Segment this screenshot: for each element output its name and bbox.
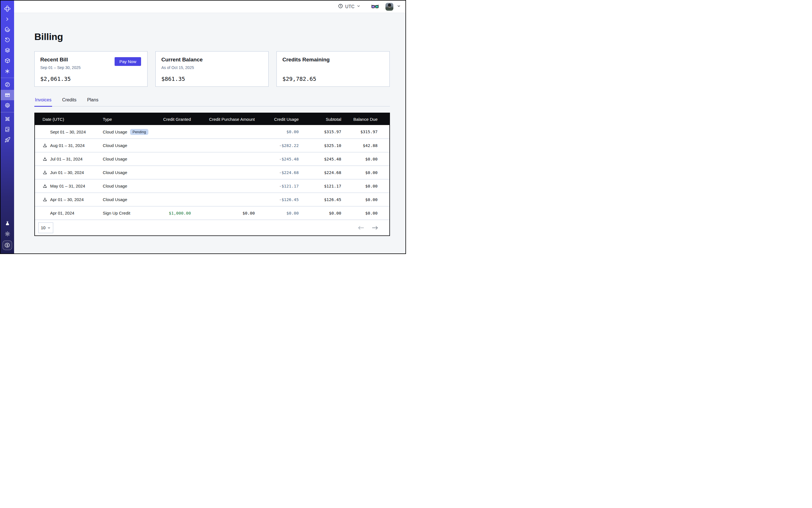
date-cell: Jul 01 – 31, 2024	[35, 157, 103, 162]
balance-due-amount: $0.00	[341, 170, 378, 175]
pay-now-button[interactable]: Pay Now	[115, 57, 141, 66]
sidebar-item-logo[interactable]	[1, 3, 14, 14]
clock-icon	[338, 3, 343, 10]
invoice-type: Cloud Usage	[103, 130, 127, 134]
column-header: Balance Due	[341, 117, 378, 122]
download-invoice-button[interactable]	[42, 170, 47, 175]
credit-usage-amount: $0.00	[255, 211, 299, 215]
sidebar-item-gear[interactable]	[1, 100, 14, 111]
icon-spacer	[42, 211, 47, 216]
table-header: Date (UTC)TypeCredit GrantedCredit Purch…	[35, 113, 389, 125]
sidebar-divider	[1, 78, 14, 78]
gauge-icon	[4, 82, 10, 88]
download-icon	[43, 183, 47, 188]
timezone-selector[interactable]: UTC	[338, 3, 361, 10]
sidebar-item-sun[interactable]	[1, 229, 14, 239]
balance-due-amount: $42.88	[341, 143, 378, 148]
sidebar-item-dollar-seal[interactable]	[3, 241, 12, 250]
table-row: May 01 – 31, 2024Cloud Usage-$121.17$121…	[35, 179, 389, 193]
recent-bill-card: Recent Bill Sep 01 – Sep 30, 2025 $2,061…	[34, 51, 147, 87]
tab-invoices[interactable]: Invoices	[34, 97, 52, 106]
credit-usage-amount: -$282.22	[255, 143, 299, 148]
invoice-date: Apr 01 – 30, 2024	[50, 197, 84, 202]
table-row: Apr 01, 2024Sign Up Credit$1,000.00$0.00…	[35, 206, 389, 220]
recent-bill-amount: $2,061.35	[40, 76, 71, 82]
pagination-controls	[358, 225, 378, 230]
column-header: Credit Granted	[159, 117, 191, 122]
app-window: UTC Billing Recent Bill Sep 01 –	[0, 0, 406, 254]
date-cell: Apr 01 – 30, 2024	[35, 197, 103, 202]
chevron-right-icon	[4, 16, 10, 22]
invoices-table: Date (UTC)TypeCredit GrantedCredit Purch…	[34, 113, 390, 236]
dollar-seal-icon	[4, 242, 10, 248]
account-menu[interactable]	[385, 3, 401, 11]
sidebar-item-layers[interactable]	[1, 45, 14, 55]
invoice-date: Apr 01, 2024	[50, 211, 74, 215]
column-header: Subtotal	[299, 117, 341, 122]
type-cell: Cloud Usage	[103, 170, 159, 175]
type-cell: Sign Up Credit	[103, 211, 159, 215]
timezone-label: UTC	[345, 4, 354, 9]
page-title: Billing	[34, 31, 405, 42]
subtotal-amount: $315.97	[299, 130, 341, 134]
column-header: Credit Purchase Amount	[191, 117, 255, 122]
download-icon	[43, 197, 47, 202]
logo-icon	[4, 5, 11, 12]
invoice-type: Cloud Usage	[103, 170, 127, 175]
cube-icon	[4, 58, 10, 64]
sidebar-item-billing-card[interactable]	[1, 90, 14, 100]
sidebar-item-gauge[interactable]	[1, 79, 14, 90]
table-row: Apr 01 – 30, 2024Cloud Usage-$126.45$126…	[35, 193, 389, 206]
date-cell: Apr 01, 2024	[35, 211, 103, 216]
sidebar-item-cube[interactable]	[1, 55, 14, 66]
current-balance-amount: $861.35	[161, 76, 185, 82]
chevron-down-icon	[397, 4, 401, 9]
type-cell: Cloud Usage	[103, 197, 159, 202]
table-row: Sept 01 – 30, 2024Cloud UsagePending$0.0…	[35, 125, 389, 138]
download-invoice-button[interactable]	[42, 197, 47, 202]
galaxy-icon	[4, 27, 10, 32]
sidebar-item-book-sparkle[interactable]	[1, 124, 14, 135]
credit-granted-amount: $1,000.00	[159, 211, 191, 215]
date-cell: Aug 01 – 31, 2024	[35, 143, 103, 148]
history-icon	[4, 37, 10, 43]
sidebar-item-flask[interactable]	[1, 218, 14, 229]
layers-icon	[4, 47, 10, 53]
sidebar-item-galaxy[interactable]	[1, 24, 14, 35]
summary-cards: Recent Bill Sep 01 – Sep 30, 2025 $2,061…	[34, 51, 390, 87]
next-page-button[interactable]	[372, 225, 378, 230]
previous-page-button[interactable]	[358, 225, 364, 230]
subtotal-amount: $224.68	[299, 170, 341, 175]
sidebar-item-rocket[interactable]	[1, 135, 14, 145]
subtotal-amount: $0.00	[299, 211, 341, 215]
goggles-icon-button[interactable]	[371, 4, 379, 9]
top-bar: UTC	[14, 1, 405, 13]
page-size-select[interactable]: 10	[38, 222, 53, 233]
table-footer: 10	[35, 220, 389, 236]
download-icon	[43, 170, 47, 175]
sidebar-item-history[interactable]	[1, 35, 14, 45]
sidebar-item-chevron-right[interactable]	[1, 14, 14, 24]
balance-due-amount: $315.97	[341, 130, 378, 134]
column-header: Type	[103, 117, 159, 122]
credits-remaining-card: Credits Remaining $29,782.65	[276, 51, 390, 87]
invoice-type: Sign Up Credit	[103, 211, 130, 215]
table-row: Jun 01 – 30, 2024Cloud Usage-$224.68$224…	[35, 166, 389, 179]
subtotal-amount: $126.45	[299, 198, 341, 202]
sidebar-item-helm[interactable]	[1, 114, 14, 124]
download-invoice-button[interactable]	[42, 157, 47, 162]
tab-plans[interactable]: Plans	[86, 97, 99, 106]
credit-usage-amount: $0.00	[255, 130, 299, 134]
download-icon	[43, 143, 47, 148]
type-cell: Cloud Usage	[103, 157, 159, 161]
credit-usage-amount: -$126.45	[255, 198, 299, 202]
billing-card-icon	[4, 92, 10, 98]
credit-usage-amount: -$245.48	[255, 157, 299, 161]
tab-credits[interactable]: Credits	[62, 97, 77, 106]
invoice-type: Cloud Usage	[103, 183, 127, 188]
download-invoice-button[interactable]	[42, 183, 47, 189]
book-sparkle-icon	[4, 126, 10, 132]
date-cell: Jun 01 – 30, 2024	[35, 170, 103, 175]
sidebar-item-asterisk[interactable]	[1, 66, 14, 76]
download-invoice-button[interactable]	[42, 143, 47, 148]
